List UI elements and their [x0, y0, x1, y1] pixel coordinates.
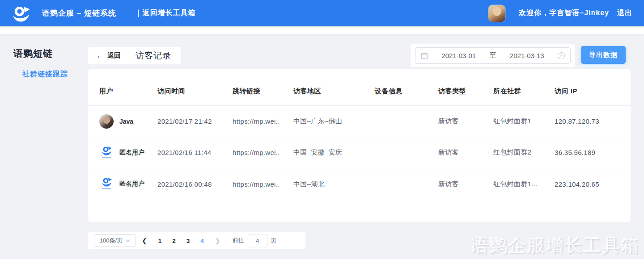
goto-page-input[interactable] [248, 234, 267, 247]
date-range-picker[interactable]: 2021-03-01 至 2021-03-13 × [415, 47, 571, 64]
col-redirect-link: 跳转链接 [233, 87, 293, 96]
visitor-table: 用户 访问时间 跳转链接 访客地区 设备信息 访客类型 所在社群 访问 IP J… [88, 69, 631, 222]
goto-page-label: 前往 [233, 237, 244, 245]
redirect-link[interactable]: https://mp.wei.. [233, 180, 293, 188]
clear-date-icon[interactable]: × [558, 52, 565, 59]
visitor-region: 中国–安徽–安庆 [293, 148, 375, 157]
goto-page-suffix: 页 [271, 237, 277, 245]
welcome-text: 欢迎你，字言智语–Jinkey [519, 8, 609, 18]
date-end-value[interactable]: 2021-03-13 [498, 52, 556, 59]
visit-time: 2021/02/16 11:44 [157, 149, 233, 156]
next-page-button[interactable]: ❯ [209, 237, 226, 244]
app-logo-icon [12, 4, 30, 23]
visit-time: 2021/02/17 21:42 [157, 117, 233, 125]
page-number-2[interactable]: 2 [167, 238, 181, 244]
back-arrow-icon[interactable]: ← [96, 51, 104, 60]
group-name: 红包封面群1 [493, 117, 555, 125]
page-number-3[interactable]: 3 [181, 238, 195, 244]
col-user: 用户 [99, 87, 157, 96]
row-avatar-anonymous [99, 176, 114, 192]
user-cell: 匿名用户 [99, 145, 157, 160]
page-number-1[interactable]: 1 [153, 238, 167, 244]
topbar-user-area: 欢迎你，字言智语–Jinkey 退出 [488, 5, 632, 22]
export-data-button[interactable]: 导出数据 [581, 46, 626, 64]
user-name: 匿名用户 [119, 180, 144, 188]
table-row: Java 2021/02/17 21:42 https://mp.wei.. 中… [88, 106, 631, 137]
redirect-link[interactable]: https://mp.wei.. [233, 117, 293, 125]
user-cell: Java [99, 114, 157, 129]
group-name: 红包封面群2 [493, 148, 555, 157]
sidebar-title: 语鹦短链 [13, 47, 53, 60]
sidebar-item-group-link-tracking[interactable]: 社群链接跟踪 [22, 70, 68, 79]
page-number-4-current[interactable]: 4 [195, 238, 209, 244]
table-header-row: 用户 访问时间 跳转链接 访客地区 设备信息 访客类型 所在社群 访问 IP [88, 69, 631, 106]
group-name: 红包封面群1... [493, 180, 555, 188]
page-title: 访客记录 [136, 50, 171, 62]
divider [128, 52, 128, 59]
breadcrumb: ← 返回 访客记录 [88, 47, 181, 64]
user-name: 匿名用户 [119, 149, 144, 157]
col-device: 设备信息 [375, 87, 438, 96]
col-visit-time: 访问时间 [157, 87, 233, 96]
visitor-region: 中国–湖北 [293, 180, 375, 188]
calendar-icon [421, 52, 428, 59]
app-title: 语鹦企服 – 短链系统 [42, 8, 116, 18]
visit-ip: 120.87.120.73 [555, 117, 619, 125]
visit-ip: 223.104.20.65 [555, 180, 619, 188]
table-row: 匿名用户 2021/02/16 00:48 https://mp.wei.. 中… [88, 168, 631, 200]
top-bar: 语鹦企服 – 短链系统 ｜返回增长工具箱 欢迎你，字言智语–Jinkey 退出 [0, 0, 644, 26]
date-start-value[interactable]: 2021-03-01 [430, 52, 488, 59]
subheader-strip [0, 26, 644, 34]
watermark-text: 语鹦企服增长工具箱 [470, 233, 640, 258]
page-size-select[interactable]: 100条/页 [94, 234, 136, 247]
col-visitor-type: 访客类型 [438, 87, 493, 96]
visitor-type: 新访客 [438, 117, 493, 125]
back-button[interactable]: 返回 [107, 51, 121, 60]
col-group: 所在社群 [493, 87, 555, 96]
row-avatar [99, 114, 114, 129]
visitor-region: 中国–广东–佛山 [293, 117, 375, 125]
redirect-link[interactable]: https://mp.wei.. [233, 149, 293, 156]
visit-ip: 36.35.56.189 [555, 149, 619, 156]
logout-link[interactable]: 退出 [617, 8, 632, 18]
prev-page-button[interactable]: ❮ [136, 237, 153, 244]
user-name: Java [119, 118, 133, 125]
date-range-card: 2021-03-01 至 2021-03-13 × [411, 44, 575, 67]
page-size-value: 100条/页 [100, 237, 123, 245]
visit-time: 2021/02/16 00:48 [157, 180, 233, 188]
col-region: 访客地区 [293, 87, 375, 96]
visitor-type: 新访客 [438, 148, 493, 157]
row-avatar-anonymous [99, 145, 114, 160]
date-separator: 至 [488, 51, 498, 60]
visitor-type: 新访客 [438, 180, 493, 188]
pagination: 100条/页 ❮ 1 2 3 4 ❯ 前往 页 [88, 232, 305, 249]
table-row: 匿名用户 2021/02/16 11:44 https://mp.wei.. 中… [88, 137, 631, 168]
user-cell: 匿名用户 [99, 176, 157, 192]
user-avatar[interactable] [488, 5, 505, 22]
col-ip: 访问 IP [555, 87, 619, 96]
chevron-down-icon [126, 238, 130, 243]
back-to-toolbox-link[interactable]: ｜返回增长工具箱 [135, 8, 196, 18]
